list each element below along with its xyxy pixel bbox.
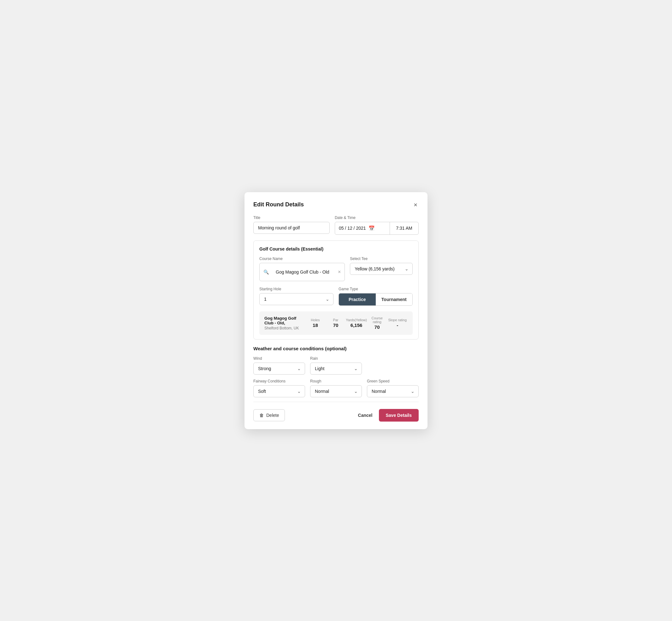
datetime-label: Date & Time [335,215,419,220]
course-name-label: Course Name [259,256,345,261]
slope-rating-label: Slope rating [387,318,408,322]
fairway-label: Fairway Conditions [253,379,305,383]
select-tee-wrap[interactable]: Yellow (6,156 yards) White Red ⌄ [350,263,413,275]
game-type-group: Game Type Practice Tournament [339,287,413,306]
rain-dropdown[interactable]: None Light Moderate Heavy [315,366,357,371]
practice-button[interactable]: Practice [339,293,376,305]
spacer [367,356,419,375]
yards-value: 6,156 [346,323,367,328]
time-field[interactable]: 7:31 AM [390,222,418,235]
modal-header: Edit Round Details × [253,201,419,209]
wind-group: Wind Calm Light Moderate Strong ⌄ [253,356,305,375]
delete-label: Delete [266,413,279,418]
title-label: Title [253,215,330,220]
starting-hole-wrap[interactable]: 1 10 ⌄ [259,293,333,305]
course-name-location: Gog Magog Golf Club - Old, Shelford Bott… [264,316,305,330]
course-info-box: Gog Magog Golf Club - Old, Shelford Bott… [259,312,413,335]
green-speed-label: Green Speed [367,379,419,383]
rough-group: Rough Soft Normal Firm ⌄ [310,379,362,397]
yards-stat: Yards(Yellow) 6,156 [346,318,367,328]
course-info-location: Shelford Bottom, UK [264,326,305,330]
select-tee-dropdown[interactable]: Yellow (6,156 yards) White Red [354,266,408,272]
datetime-group: Date & Time 05 / 12 / 2021 📅 7:31 AM [335,215,419,235]
close-button[interactable]: × [412,201,419,209]
green-speed-group: Green Speed Slow Normal Fast ⌄ [367,379,419,397]
fairway-rough-green-row: Fairway Conditions Soft Normal Firm ⌄ Ro… [253,379,419,397]
footer-row: 🗑 Delete Cancel Save Details [253,409,419,422]
par-label: Par [326,318,346,322]
starting-hole-group: Starting Hole 1 10 ⌄ [259,287,333,306]
select-tee-label: Select Tee [350,256,413,261]
golf-course-title: Golf Course details (Essential) [259,246,413,251]
title-group: Title [253,215,330,235]
date-time-group: 05 / 12 / 2021 📅 7:31 AM [335,222,419,235]
course-rating-label: Course rating [367,316,387,324]
wind-rain-row: Wind Calm Light Moderate Strong ⌄ Rain N… [253,356,419,375]
green-speed-dropdown[interactable]: Slow Normal Fast [372,389,414,394]
course-tee-row: Course Name 🔍 × Select Tee Yellow (6,156… [259,256,413,281]
wind-label: Wind [253,356,305,361]
fairway-wrap[interactable]: Soft Normal Firm ⌄ [253,385,305,397]
title-datetime-row: Title Date & Time 05 / 12 / 2021 📅 7:31 … [253,215,419,235]
edit-round-modal: Edit Round Details × Title Date & Time 0… [245,192,427,429]
rain-group: Rain None Light Moderate Heavy ⌄ [310,356,362,375]
par-stat: Par 70 [326,318,346,328]
hole-gametype-row: Starting Hole 1 10 ⌄ Game Type Practice … [259,287,413,306]
tournament-button[interactable]: Tournament [376,293,413,305]
wind-wrap[interactable]: Calm Light Moderate Strong ⌄ [253,363,305,375]
course-name-search[interactable]: 🔍 × [259,263,345,281]
fairway-group: Fairway Conditions Soft Normal Firm ⌄ [253,379,305,397]
rain-wrap[interactable]: None Light Moderate Heavy ⌄ [310,363,362,375]
game-type-toggle: Practice Tournament [339,293,413,306]
game-type-label: Game Type [339,287,413,291]
rain-label: Rain [310,356,362,361]
select-tee-group: Select Tee Yellow (6,156 yards) White Re… [350,256,413,281]
course-info-name: Gog Magog Golf Club - Old, [264,316,305,325]
save-button[interactable]: Save Details [379,409,419,422]
starting-hole-label: Starting Hole [259,287,333,291]
date-value: 05 / 12 / 2021 [339,225,366,231]
golf-course-section: Golf Course details (Essential) Course N… [253,241,419,339]
slope-rating-stat: Slope rating - [387,318,408,328]
wind-dropdown[interactable]: Calm Light Moderate Strong [258,366,300,371]
starting-hole-dropdown[interactable]: 1 10 [264,297,329,302]
holes-stat: Holes 18 [305,318,326,328]
weather-title: Weather and course conditions (optional) [253,346,419,351]
modal-title: Edit Round Details [253,201,304,208]
fairway-dropdown[interactable]: Soft Normal Firm [258,389,300,394]
course-rating-value: 70 [367,324,387,330]
search-icon: 🔍 [263,270,269,275]
time-value: 7:31 AM [396,225,412,231]
rough-dropdown[interactable]: Soft Normal Firm [315,389,357,394]
course-name-input[interactable] [271,266,335,278]
rough-wrap[interactable]: Soft Normal Firm ⌄ [310,385,362,397]
holes-label: Holes [305,318,326,322]
par-value: 70 [326,323,346,328]
holes-value: 18 [305,323,326,328]
yards-label: Yards(Yellow) [346,318,367,322]
rough-label: Rough [310,379,362,383]
clear-course-button[interactable]: × [338,270,341,275]
green-speed-wrap[interactable]: Slow Normal Fast ⌄ [367,385,419,397]
course-rating-stat: Course rating 70 [367,316,387,330]
course-name-group: Course Name 🔍 × [259,256,345,281]
cancel-button[interactable]: Cancel [358,413,373,418]
footer-right: Cancel Save Details [358,409,419,422]
footer-divider [253,402,419,402]
slope-rating-value: - [387,323,408,328]
delete-button[interactable]: 🗑 Delete [253,409,285,421]
trash-icon: 🗑 [259,413,264,418]
title-input[interactable] [253,222,330,234]
calendar-icon: 📅 [369,225,375,231]
weather-section: Weather and course conditions (optional)… [253,346,419,397]
date-field[interactable]: 05 / 12 / 2021 📅 [335,222,390,235]
